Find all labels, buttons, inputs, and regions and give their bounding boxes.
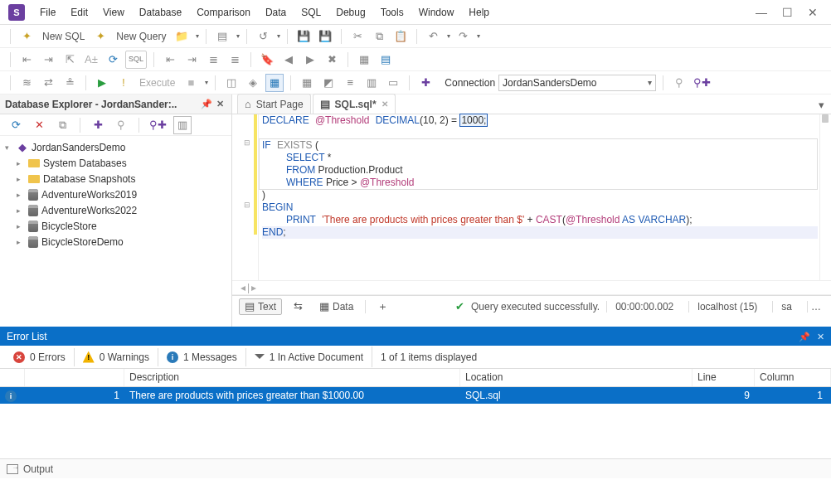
menu-tools[interactable]: Tools: [374, 3, 411, 22]
tab-start-page[interactable]: ⌂ Start Page: [237, 94, 311, 114]
tree-item-bicyclestoredemo[interactable]: ▸ BicycleStoreDemo: [0, 234, 231, 250]
tab-close-icon[interactable]: ✕: [381, 99, 388, 109]
connection-pick-icon[interactable]: ✚: [416, 74, 435, 92]
outdent-icon[interactable]: ⇤: [161, 51, 179, 69]
menu-debug[interactable]: Debug: [329, 3, 372, 22]
comment-icon[interactable]: ≣: [204, 51, 222, 69]
filter-scope[interactable]: 1 In Active Document: [246, 346, 372, 367]
menu-view[interactable]: View: [96, 3, 131, 22]
filter-errors[interactable]: ✕ 0 Errors: [5, 348, 75, 366]
conn-new-icon[interactable]: ⚲✚: [692, 74, 712, 92]
menu-file[interactable]: File: [33, 3, 62, 22]
add-file-icon[interactable]: ▤: [213, 27, 231, 46]
explorer-add1-icon[interactable]: ✚: [89, 116, 107, 134]
run-icon[interactable]: ▶: [93, 74, 111, 92]
explorer-windows-icon[interactable]: ▥: [173, 116, 192, 134]
font-icon[interactable]: A±: [82, 51, 100, 69]
menu-sql[interactable]: SQL: [294, 3, 328, 22]
expand-icon[interactable]: ▸: [17, 222, 25, 230]
doc-map-icon[interactable]: ▤: [377, 51, 395, 69]
results-table-icon[interactable]: ▦: [298, 74, 316, 92]
error-row-selected[interactable]: i 1 There are products with prices great…: [0, 387, 831, 404]
tab-sql-file[interactable]: ▤ SQL.sql* ✕: [313, 94, 396, 114]
fold-icon[interactable]: ⊟: [244, 138, 250, 147]
pin-icon[interactable]: 📌: [200, 99, 213, 109]
refresh-icon[interactable]: ⟳: [104, 51, 122, 69]
explorer-copy-icon[interactable]: ⧉: [53, 116, 71, 134]
nav-back-icon[interactable]: ⇤: [17, 51, 36, 69]
sql-completion-icon[interactable]: SQL: [125, 51, 147, 69]
tree-item-system-databases[interactable]: ▸ System Databases: [0, 155, 231, 171]
query-stats-icon[interactable]: ▦: [265, 74, 284, 92]
result-add-tab[interactable]: ＋: [372, 299, 393, 313]
panel-close-icon[interactable]: ✕: [213, 99, 226, 109]
connection-select[interactable]: JordanSandersDemo: [498, 75, 656, 91]
save-icon[interactable]: 💾: [294, 27, 313, 46]
bookmark-icon[interactable]: 🔖: [258, 51, 276, 69]
stop-icon[interactable]: ■: [182, 74, 200, 92]
result-view-text[interactable]: ▤ Text: [239, 298, 282, 315]
debug-break-icon[interactable]: !: [114, 74, 133, 92]
tree-item-database-snapshots[interactable]: ▸ Database Snapshots: [0, 171, 231, 187]
error-pin-icon[interactable]: 📌: [799, 332, 810, 342]
result-view-data[interactable]: ▦ Data: [314, 299, 358, 314]
menu-data[interactable]: Data: [259, 3, 293, 22]
nav-fwd-icon[interactable]: ⇥: [39, 51, 57, 69]
expand-icon[interactable]: ▸: [17, 159, 25, 167]
col-line[interactable]: Line: [692, 369, 755, 386]
col-column[interactable]: Column: [755, 369, 831, 386]
code-editor[interactable]: ⊟ ⊟ DECLARE @Threshold DECIMAL(10, 2) = …: [232, 114, 831, 280]
menu-comparison[interactable]: Comparison: [190, 3, 257, 22]
menu-help[interactable]: Help: [462, 3, 496, 22]
tree-item-adventureworks2022[interactable]: ▸ AdventureWorks2022: [0, 202, 231, 218]
expand-icon[interactable]: ▸: [17, 206, 25, 215]
bookmark-next-icon[interactable]: ▶: [301, 51, 319, 69]
results-text-icon[interactable]: ≡: [341, 74, 359, 92]
db-compare-icon[interactable]: ≋: [17, 74, 36, 92]
conn-plug-icon[interactable]: ⚲: [670, 74, 688, 92]
paste-icon[interactable]: 📋: [391, 27, 410, 46]
explorer-delete-icon[interactable]: ✕: [30, 116, 48, 134]
uncomment-icon[interactable]: ≣: [226, 51, 244, 69]
results-pivot-icon[interactable]: ▥: [362, 74, 381, 92]
menu-database[interactable]: Database: [133, 3, 188, 22]
col-location[interactable]: Location: [460, 369, 692, 386]
new-query-button[interactable]: New Query: [113, 31, 169, 42]
output-footer-tab[interactable]: Output: [0, 458, 831, 478]
new-sql-button[interactable]: New SQL: [39, 31, 88, 42]
query-profile-icon[interactable]: ◈: [244, 74, 262, 92]
execute-button[interactable]: Execute: [136, 77, 178, 89]
error-close-icon[interactable]: ✕: [817, 332, 824, 342]
copy-icon[interactable]: ⧉: [370, 27, 388, 46]
save-all-icon[interactable]: 💾: [316, 27, 334, 46]
history-icon[interactable]: ↺: [254, 27, 272, 46]
cut-icon[interactable]: ✂: [348, 27, 367, 46]
expand-icon[interactable]: ▸: [17, 238, 25, 246]
close-icon[interactable]: ✕: [808, 7, 818, 18]
minimap-scrollbar[interactable]: [819, 114, 831, 280]
db-sync-icon[interactable]: ⇄: [39, 74, 57, 92]
tabs-dropdown-icon[interactable]: ▾: [819, 99, 824, 110]
query-plan-icon[interactable]: ◫: [222, 74, 241, 92]
results-chart-icon[interactable]: ◩: [319, 74, 338, 92]
fold-icon[interactable]: ⊟: [244, 201, 250, 209]
nav-up-icon[interactable]: ⇱: [61, 51, 79, 69]
filter-messages[interactable]: i 1 Messages: [158, 348, 246, 366]
filter-warnings[interactable]: ! 0 Warnings: [75, 348, 158, 366]
doc-outline-icon[interactable]: ▦: [355, 51, 373, 69]
result-view-swap[interactable]: ⇆: [289, 299, 308, 313]
expand-icon[interactable]: ▸: [17, 191, 25, 199]
open-icon[interactable]: 📁: [173, 27, 191, 46]
bookmark-prev-icon[interactable]: ◀: [279, 51, 298, 69]
new-query-icon[interactable]: ✦: [91, 27, 109, 46]
indent-icon[interactable]: ⇥: [182, 51, 201, 69]
explorer-refresh-icon[interactable]: ⟳: [7, 116, 25, 134]
tree-item-adventureworks2019[interactable]: ▸ AdventureWorks2019: [0, 187, 231, 202]
bookmark-clear-icon[interactable]: ✖: [323, 51, 341, 69]
db-schema-icon[interactable]: ≗: [61, 74, 79, 92]
results-card-icon[interactable]: ▭: [384, 74, 402, 92]
tree-item-bicyclestore[interactable]: ▸ BicycleStore: [0, 218, 231, 234]
undo-icon[interactable]: ↶: [424, 27, 442, 46]
redo-icon[interactable]: ↷: [454, 27, 472, 46]
menu-window[interactable]: Window: [412, 3, 461, 22]
